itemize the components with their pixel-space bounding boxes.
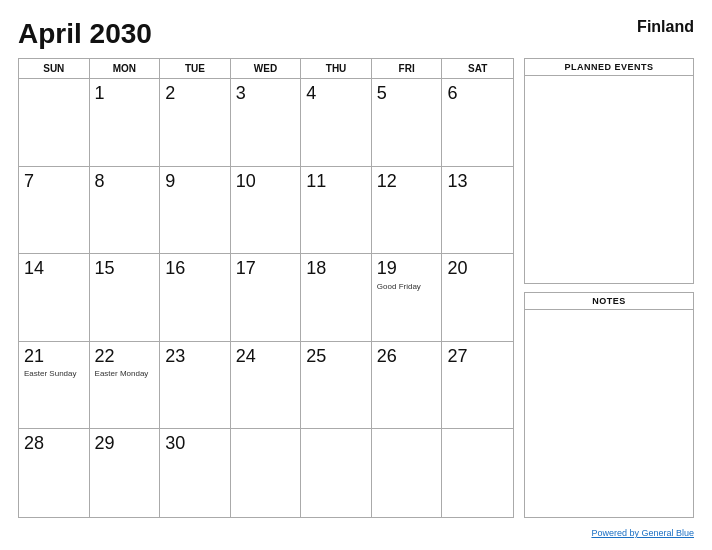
date-number: 13	[447, 171, 467, 193]
calendar-cell: 12	[372, 167, 443, 255]
notes-body	[525, 310, 693, 517]
date-number: 14	[24, 258, 44, 280]
date-number: 26	[377, 346, 397, 368]
date-number: 20	[447, 258, 467, 280]
page-title: April 2030	[18, 18, 152, 50]
calendar-cell: 16	[160, 254, 231, 342]
date-number: 23	[165, 346, 185, 368]
planned-events-body	[525, 76, 693, 283]
notes-title: NOTES	[525, 293, 693, 310]
calendar-cell: 1	[90, 79, 161, 167]
calendar-cell: 29	[90, 429, 161, 517]
calendar-cell: 3	[231, 79, 302, 167]
date-number: 5	[377, 83, 387, 105]
calendar-cell: 23	[160, 342, 231, 430]
date-number: 22	[95, 346, 115, 368]
calendar-cell: 17	[231, 254, 302, 342]
date-number: 25	[306, 346, 326, 368]
country-label: Finland	[637, 18, 694, 36]
calendar-cell: 19Good Friday	[372, 254, 443, 342]
calendar: SUNMONTUEWEDTHUFRISAT 123456789101112131…	[18, 58, 514, 518]
calendar-cell: 25	[301, 342, 372, 430]
page: April 2030 Finland SUNMONTUEWEDTHUFRISAT…	[0, 0, 712, 550]
notes-box: NOTES	[524, 292, 694, 518]
date-number: 10	[236, 171, 256, 193]
date-number: 18	[306, 258, 326, 280]
date-number: 8	[95, 171, 105, 193]
calendar-cell: 15	[90, 254, 161, 342]
calendar-cell: 14	[19, 254, 90, 342]
powered-by-link[interactable]: Powered by General Blue	[591, 528, 694, 538]
calendar-cell	[442, 429, 513, 517]
main-content: SUNMONTUEWEDTHUFRISAT 123456789101112131…	[18, 58, 694, 518]
day-header-tue: TUE	[160, 59, 231, 78]
day-header-sun: SUN	[19, 59, 90, 78]
date-number: 24	[236, 346, 256, 368]
holiday-label: Good Friday	[377, 282, 421, 292]
date-number: 27	[447, 346, 467, 368]
date-number: 7	[24, 171, 34, 193]
calendar-cell: 24	[231, 342, 302, 430]
date-number: 3	[236, 83, 246, 105]
calendar-cell: 26	[372, 342, 443, 430]
holiday-label: Easter Sunday	[24, 369, 76, 379]
date-number: 11	[306, 171, 326, 193]
planned-events-title: PLANNED EVENTS	[525, 59, 693, 76]
date-number: 29	[95, 433, 115, 455]
day-headers: SUNMONTUEWEDTHUFRISAT	[19, 59, 513, 79]
calendar-cell: 6	[442, 79, 513, 167]
calendar-cell: 2	[160, 79, 231, 167]
calendar-cell	[231, 429, 302, 517]
calendar-cell: 18	[301, 254, 372, 342]
date-number: 19	[377, 258, 397, 280]
calendar-cell: 10	[231, 167, 302, 255]
calendar-cell	[301, 429, 372, 517]
date-number: 16	[165, 258, 185, 280]
date-number: 4	[306, 83, 316, 105]
calendar-cell: 13	[442, 167, 513, 255]
date-number: 6	[447, 83, 457, 105]
header: April 2030 Finland	[18, 18, 694, 50]
planned-events-box: PLANNED EVENTS	[524, 58, 694, 284]
date-number: 17	[236, 258, 256, 280]
calendar-cell	[19, 79, 90, 167]
calendar-cell: 22Easter Monday	[90, 342, 161, 430]
day-header-fri: FRI	[372, 59, 443, 78]
day-header-mon: MON	[90, 59, 161, 78]
calendar-cell: 27	[442, 342, 513, 430]
holiday-label: Easter Monday	[95, 369, 149, 379]
date-number: 12	[377, 171, 397, 193]
date-number: 9	[165, 171, 175, 193]
calendar-cell: 21Easter Sunday	[19, 342, 90, 430]
calendar-cell: 7	[19, 167, 90, 255]
calendar-cell: 5	[372, 79, 443, 167]
calendar-cell	[372, 429, 443, 517]
day-header-thu: THU	[301, 59, 372, 78]
calendar-cell: 9	[160, 167, 231, 255]
date-number: 1	[95, 83, 105, 105]
calendar-grid: 12345678910111213141516171819Good Friday…	[19, 79, 513, 517]
sidebar: PLANNED EVENTS NOTES	[524, 58, 694, 518]
calendar-cell: 4	[301, 79, 372, 167]
calendar-cell: 30	[160, 429, 231, 517]
calendar-cell: 20	[442, 254, 513, 342]
day-header-sat: SAT	[442, 59, 513, 78]
date-number: 2	[165, 83, 175, 105]
day-header-wed: WED	[231, 59, 302, 78]
calendar-cell: 11	[301, 167, 372, 255]
footer: Powered by General Blue	[18, 522, 694, 540]
date-number: 28	[24, 433, 44, 455]
calendar-cell: 28	[19, 429, 90, 517]
date-number: 15	[95, 258, 115, 280]
calendar-cell: 8	[90, 167, 161, 255]
date-number: 30	[165, 433, 185, 455]
date-number: 21	[24, 346, 44, 368]
